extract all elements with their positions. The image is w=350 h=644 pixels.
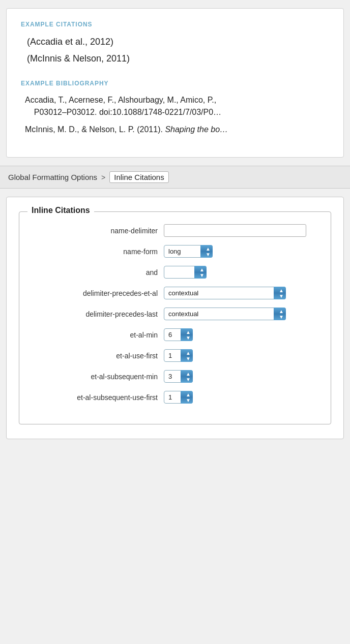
control-delimiter-precedes-et-al[interactable]: contextual after-inverted-name always ne… [164, 287, 286, 299]
example-bibliography-section: EXAMPLE BIBLIOGRAPHY Accadia, T., Acerne… [21, 80, 329, 136]
select-wrapper-delimiter-last[interactable]: contextual after-inverted-name always ne… [164, 308, 286, 320]
control-name-delimiter[interactable] [164, 224, 306, 237]
bibliography-entry-1-cont: P03012–P03012. doi:10.1088/1748-0221/7/0… [25, 108, 221, 116]
field-and: and text symbol ▲▼ [32, 266, 318, 279]
options-panel: Inline Citations name-delimiter name-for… [6, 197, 344, 439]
select-et-al-use-first[interactable]: 12345 678910 [164, 349, 193, 362]
bibliography-entry-2-text: McInnis, M. D., & Nelson, L. P. (2011). … [25, 125, 228, 134]
label-name-form: name-form [32, 248, 164, 256]
label-et-al-subsequent-min: et-al-subsequent-min [32, 373, 164, 381]
label-delimiter-precedes-last: delimiter-precedes-last [32, 310, 164, 318]
field-et-al-subsequent-use-first: et-al-subsequent-use-first 12345 678910 … [32, 391, 318, 404]
control-et-al-subsequent-min[interactable]: 12345 678910 ▲▼ [164, 370, 193, 383]
inline-citations-legend: Inline Citations [27, 206, 94, 215]
example-citations-panel: EXAMPLE CITATIONS (Accadia et al., 2012)… [6, 8, 344, 158]
field-name-delimiter: name-delimiter [32, 224, 318, 237]
field-et-al-min: et-al-min 12345 678910 ▲▼ [32, 328, 318, 341]
breadcrumb-bar: Global Formatting Options > Inline Citat… [0, 166, 350, 189]
field-name-form: name-form long short count all-initials … [32, 245, 318, 258]
select-et-al-min[interactable]: 12345 678910 [164, 328, 193, 341]
breadcrumb-parent[interactable]: Global Formatting Options [8, 173, 97, 181]
num-select-wrapper-et-al-subsequent-use-first[interactable]: 12345 678910 ▲▼ [164, 391, 193, 404]
inline-citations-fieldset: Inline Citations name-delimiter name-for… [19, 211, 331, 424]
breadcrumb-current[interactable]: Inline Citations [109, 171, 168, 183]
control-et-al-min[interactable]: 12345 678910 ▲▼ [164, 328, 193, 341]
control-et-al-use-first[interactable]: 12345 678910 ▲▼ [164, 349, 193, 362]
control-et-al-subsequent-use-first[interactable]: 12345 678910 ▲▼ [164, 391, 193, 404]
select-delimiter-precedes-et-al[interactable]: contextual after-inverted-name always ne… [164, 287, 286, 299]
num-select-wrapper-et-al-min[interactable]: 12345 678910 ▲▼ [164, 328, 193, 341]
control-delimiter-precedes-last[interactable]: contextual after-inverted-name always ne… [164, 308, 286, 320]
label-et-al-subsequent-use-first: et-al-subsequent-use-first [32, 393, 164, 402]
bibliography-entry-2: McInnis, M. D., & Nelson, L. P. (2011). … [25, 124, 329, 136]
input-name-delimiter[interactable] [164, 224, 306, 237]
select-delimiter-precedes-last[interactable]: contextual after-inverted-name always ne… [164, 308, 286, 320]
field-delimiter-precedes-et-al: delimiter-precedes-et-al contextual afte… [32, 287, 318, 299]
num-select-wrapper-et-al-use-first[interactable]: 12345 678910 ▲▼ [164, 349, 193, 362]
select-wrapper-delimiter-et-al[interactable]: contextual after-inverted-name always ne… [164, 287, 286, 299]
label-et-al-use-first: et-al-use-first [32, 352, 164, 360]
field-et-al-use-first: et-al-use-first 12345 678910 ▲▼ [32, 349, 318, 362]
field-delimiter-precedes-last: delimiter-precedes-last contextual after… [32, 308, 318, 320]
field-et-al-subsequent-min: et-al-subsequent-min 12345 678910 ▲▼ [32, 370, 318, 383]
select-and[interactable]: text symbol [164, 266, 207, 279]
select-et-al-subsequent-use-first[interactable]: 12345 678910 [164, 391, 193, 404]
breadcrumb-separator: > [101, 173, 105, 181]
select-wrapper-and[interactable]: text symbol ▲▼ [164, 266, 207, 279]
bibliography-entry-1-text: Accadia, T., Acernese, F., Alshourbagy, … [25, 96, 216, 104]
label-et-al-min: et-al-min [32, 331, 164, 339]
select-name-form[interactable]: long short count all-initials [164, 245, 213, 258]
label-and: and [32, 268, 164, 277]
citation-example-1: (Accadia et al., 2012) [27, 35, 329, 49]
select-wrapper-name-form[interactable]: long short count all-initials ▲▼ [164, 245, 213, 258]
num-select-wrapper-et-al-subsequent-min[interactable]: 12345 678910 ▲▼ [164, 370, 193, 383]
example-bibliography-heading: EXAMPLE BIBLIOGRAPHY [21, 80, 329, 87]
label-name-delimiter: name-delimiter [32, 227, 164, 235]
control-and[interactable]: text symbol ▲▼ [164, 266, 207, 279]
example-citations-heading: EXAMPLE CITATIONS [21, 21, 329, 28]
select-et-al-subsequent-min[interactable]: 12345 678910 [164, 370, 193, 383]
label-delimiter-precedes-et-al: delimiter-precedes-et-al [32, 289, 164, 297]
control-name-form[interactable]: long short count all-initials ▲▼ [164, 245, 213, 258]
bibliography-entry-1: Accadia, T., Acernese, F., Alshourbagy, … [25, 94, 329, 118]
citation-example-2: (McInnis & Nelson, 2011) [27, 52, 329, 66]
